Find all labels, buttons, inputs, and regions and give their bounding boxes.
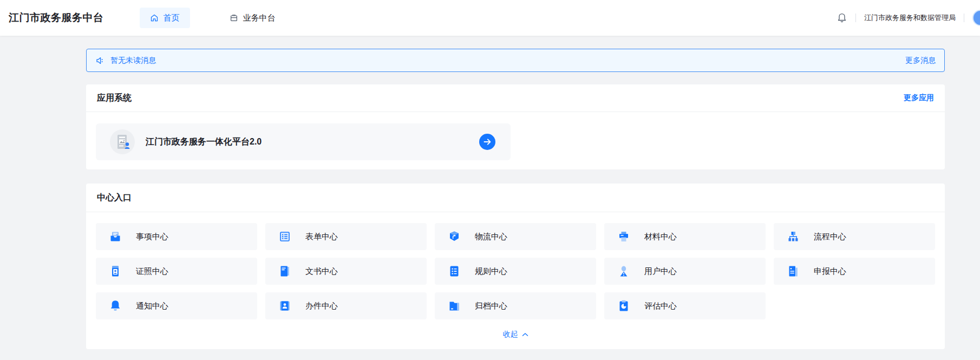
center-item-users[interactable]: 用户中心 — [604, 258, 766, 285]
more-apps-link[interactable]: 更多应用 — [904, 93, 934, 103]
center-item-cases[interactable]: 办件中心 — [265, 292, 427, 319]
nav-item-label: 业务中台 — [243, 13, 276, 23]
nav-item-home[interactable]: 首页 — [140, 8, 190, 28]
centers-card: 中心入口 事项中心 — [86, 184, 945, 349]
notification-bell-icon[interactable] — [837, 12, 847, 23]
home-icon — [150, 14, 159, 22]
center-item-logistics[interactable]: 物流中心 — [435, 223, 596, 250]
app-system-card: 应用系统 更多应用 江门 — [86, 84, 945, 169]
platform-doc-icon — [110, 129, 135, 154]
centers-card-header: 中心入口 — [86, 184, 945, 212]
app-name: 江门市政务服务一体化平台2.0 — [146, 136, 262, 148]
more-messages-link[interactable]: 更多消息 — [905, 56, 936, 66]
header-right: 江门市政务服务和数据管理局 — [837, 10, 980, 26]
center-label: 事项中心 — [136, 232, 168, 242]
center-item-licenses[interactable]: 证照中心 — [96, 258, 257, 285]
arrow-right-circle-icon[interactable] — [479, 134, 495, 150]
declare-doc-icon — [787, 265, 800, 278]
center-label: 材料中心 — [644, 232, 677, 242]
badge-user-icon — [278, 299, 291, 312]
form-icon — [278, 230, 291, 243]
app-item-platform[interactable]: 江门市政务服务一体化平台2.0 — [96, 123, 511, 160]
center-item-process[interactable]: 流程中心 — [774, 223, 935, 250]
app-title: 江门市政务服务中台 — [9, 11, 104, 25]
folder-icon — [448, 299, 461, 312]
user-avatar[interactable] — [972, 10, 980, 26]
centers-grid: 事项中心 表单中心 — [86, 212, 945, 319]
flowchart-icon — [787, 230, 800, 243]
center-label: 证照中心 — [136, 266, 168, 277]
center-label: 规则中心 — [475, 266, 507, 277]
printer-icon — [617, 230, 630, 243]
collapse-link[interactable]: 收起 — [503, 330, 528, 339]
collapse-row: 收起 — [86, 319, 945, 349]
top-header: 江门市政务服务中台 首页 业务中台 江门市政务服务和数据管理局 — [0, 0, 980, 36]
bell-icon — [109, 299, 122, 312]
center-item-rules[interactable]: 规则中心 — [435, 258, 596, 285]
collapse-label: 收起 — [503, 330, 518, 339]
chevron-up-icon — [522, 332, 528, 337]
center-label: 流程中心 — [814, 232, 846, 242]
center-item-evaluation[interactable]: 评估中心 — [604, 292, 766, 319]
nav-item-business[interactable]: 业务中台 — [219, 8, 286, 28]
inbox-icon — [109, 230, 122, 243]
center-label: 文书中心 — [305, 266, 338, 277]
speaker-icon — [95, 56, 105, 66]
clipboard-pie-icon — [617, 299, 630, 312]
header-divider — [855, 14, 856, 22]
section-title: 应用系统 — [97, 93, 132, 104]
app-system-card-body: 江门市政务服务一体化平台2.0 — [86, 112, 945, 169]
user-icon — [617, 265, 630, 278]
center-item-documents[interactable]: 文书中心 — [265, 258, 427, 285]
center-label: 用户中心 — [644, 266, 677, 277]
notice-bar: 暂无未读消息 更多消息 — [86, 49, 945, 72]
center-label: 归档中心 — [475, 301, 507, 311]
center-item-archives[interactable]: 归档中心 — [435, 292, 596, 319]
section-title: 中心入口 — [97, 192, 132, 204]
briefcase-icon — [230, 14, 238, 22]
header-divider — [964, 14, 964, 22]
center-item-materials[interactable]: 材料中心 — [604, 223, 766, 250]
notice-message: 暂无未读消息 — [110, 56, 156, 66]
center-item-forms[interactable]: 表单中心 — [265, 223, 427, 250]
nav-item-label: 首页 — [164, 13, 180, 23]
center-label: 表单中心 — [305, 232, 338, 242]
center-label: 物流中心 — [475, 232, 507, 242]
center-item-matters[interactable]: 事项中心 — [96, 223, 257, 250]
center-item-declaration[interactable]: 申报中心 — [774, 258, 935, 285]
book-icon — [278, 265, 291, 278]
center-label: 评估中心 — [644, 301, 677, 311]
cube-icon — [448, 230, 461, 243]
center-label: 申报中心 — [814, 266, 846, 277]
center-label: 办件中心 — [305, 301, 338, 311]
center-item-notifications[interactable]: 通知中心 — [96, 292, 257, 319]
center-label: 通知中心 — [136, 301, 168, 311]
app-system-card-header: 应用系统 更多应用 — [86, 84, 945, 112]
rules-list-icon — [448, 265, 461, 278]
org-name: 江门市政务服务和数据管理局 — [864, 13, 956, 23]
main-nav: 首页 业务中台 — [140, 8, 286, 28]
id-card-icon — [109, 265, 122, 278]
